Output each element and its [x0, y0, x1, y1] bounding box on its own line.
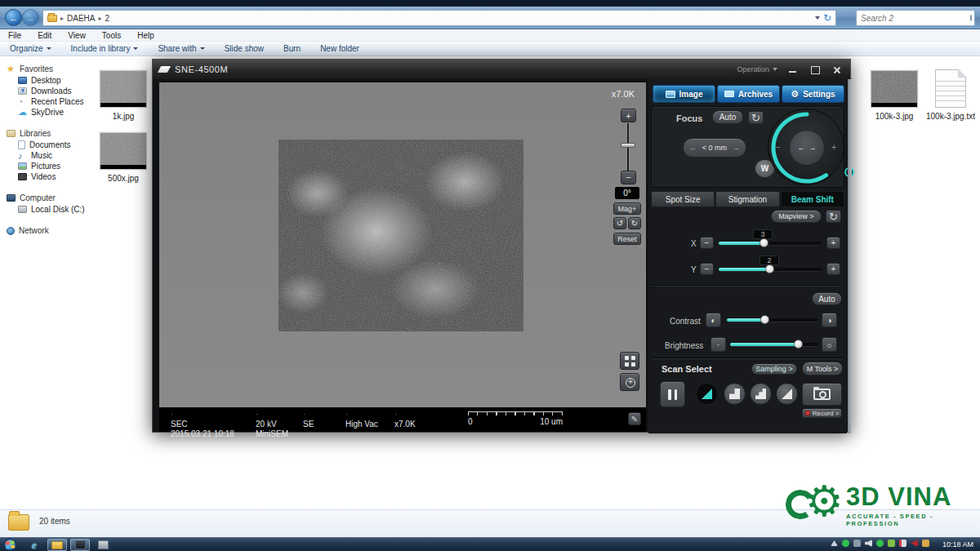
tab-settings[interactable]: ⚙Settings — [782, 85, 844, 103]
sidebar-group-network[interactable]: Network — [7, 226, 49, 235]
brightness-slider-thumb[interactable] — [794, 340, 803, 349]
rotate-ccw-button[interactable]: ↺ — [613, 217, 626, 229]
burn-button[interactable]: Burn — [283, 44, 301, 53]
contrast-slider-thumb[interactable] — [760, 315, 769, 324]
sem-titlebar[interactable]: SNE-4500M Operation — [153, 60, 850, 79]
system-tray[interactable] — [831, 540, 929, 547]
refresh-icon[interactable]: ↻ — [823, 13, 831, 23]
contrast-slider-track[interactable] — [727, 318, 818, 322]
forward-button[interactable]: → — [22, 9, 39, 26]
tray-action-center-icon[interactable] — [899, 540, 906, 547]
sidebar-item-documents[interactable]: Documents — [18, 140, 71, 149]
breadcrumb-root[interactable]: DAEHA — [67, 14, 95, 23]
menu-edit[interactable]: Edit — [38, 31, 51, 40]
y-increase-button[interactable]: + — [826, 263, 840, 275]
sem-viewport[interactable]: x7.0K + − 0° Mag+ ↺ ↻ Reset — [159, 82, 646, 407]
taskbar-ie-icon[interactable]: e — [24, 539, 44, 551]
address-dropdown-icon[interactable] — [815, 16, 820, 20]
slide-show-button[interactable]: Slide show — [225, 44, 264, 53]
grid-view-button[interactable] — [620, 352, 639, 370]
organize-button[interactable]: Organize — [10, 44, 51, 53]
search-input[interactable] — [861, 14, 970, 23]
sidebar-item-skydrive[interactable]: ☁SkyDrive — [18, 108, 64, 117]
subtab-beam-shift[interactable]: Beam Shift — [781, 191, 844, 207]
sidebar-item-local-disk[interactable]: Local Disk (C:) — [18, 205, 85, 214]
sampling-button[interactable]: Sampling > — [751, 363, 797, 375]
focus-auto-button[interactable]: Auto — [712, 110, 743, 124]
menu-file[interactable]: File — [8, 31, 21, 40]
pause-button[interactable] — [660, 381, 685, 407]
taskbar-explorer-icon[interactable] — [47, 539, 67, 551]
sidebar-group-libraries[interactable]: Libraries — [7, 129, 51, 138]
x-slider-track[interactable] — [719, 242, 822, 245]
scan-speed-1-button[interactable] — [696, 383, 718, 405]
knob-center[interactable]: ← → — [789, 130, 825, 166]
share-with-button[interactable]: Share with — [158, 44, 204, 53]
sidebar-item-recent-places[interactable]: ◔Recent Places — [18, 97, 83, 106]
rotate-cw-button[interactable]: ↻ — [628, 217, 641, 229]
scan-speed-3-button[interactable] — [750, 383, 772, 405]
tray-display-icon[interactable] — [853, 540, 861, 547]
tray-status-icon[interactable] — [842, 540, 849, 547]
file-thumbnail[interactable] — [100, 132, 147, 170]
include-in-library-button[interactable]: Include in library — [71, 44, 139, 53]
tray-app-icon[interactable] — [888, 540, 895, 547]
taskbar-app-icon[interactable] — [93, 539, 113, 551]
search-box[interactable] — [856, 10, 975, 26]
scan-speed-2-button[interactable] — [724, 383, 746, 405]
focus-reset-icon[interactable]: ↻ — [748, 111, 764, 124]
sidebar-item-desktop[interactable]: Desktop — [18, 76, 61, 85]
text-file-icon[interactable] — [935, 69, 966, 108]
mag-decrease-button[interactable]: − — [621, 171, 636, 184]
tray-show-hidden-icon[interactable] — [831, 540, 838, 546]
reset-button[interactable]: Reset — [613, 233, 641, 245]
brightness-low-button[interactable]: · — [710, 337, 726, 352]
mapview-button[interactable]: Mapview > — [771, 210, 822, 223]
focus-decrease-icon[interactable]: ← — [689, 139, 697, 157]
start-button[interactable] — [3, 538, 16, 551]
back-button[interactable]: ← — [5, 9, 22, 26]
tab-archives[interactable]: Archives — [717, 85, 780, 103]
contrast-high-button[interactable]: ◑ — [822, 313, 837, 327]
x-slider-thumb[interactable] — [760, 238, 768, 247]
y-slider-thumb[interactable] — [765, 264, 774, 273]
focus-increase-icon[interactable]: → — [733, 139, 740, 157]
sidebar-item-music[interactable]: ♪Music — [18, 151, 52, 160]
file-thumbnail[interactable] — [871, 70, 918, 108]
address-bar[interactable]: ▸ DAEHA ▸ 2 ↻ — [42, 10, 836, 26]
capture-button[interactable] — [802, 383, 842, 406]
subtab-stigmation[interactable]: Stigmation — [715, 191, 779, 207]
taskbar-sem-app-icon[interactable] — [70, 539, 90, 551]
x-decrease-button[interactable]: − — [700, 237, 714, 249]
tray-update-icon[interactable] — [876, 540, 884, 547]
brightness-slider-track[interactable] — [730, 343, 818, 346]
beam-reset-icon[interactable]: ↻ — [826, 210, 841, 223]
y-slider-track[interactable] — [719, 268, 822, 271]
menu-help[interactable]: Help — [137, 31, 154, 40]
mag-slider-handle[interactable] — [621, 143, 635, 148]
contrast-brightness-auto-button[interactable]: Auto — [812, 292, 842, 305]
mag-plus-button[interactable]: Mag+ — [613, 202, 641, 215]
file-label[interactable]: 100k-3.jpg.txt — [915, 112, 980, 121]
close-icon[interactable] — [830, 64, 844, 75]
maximize-button[interactable] — [808, 64, 822, 75]
y-decrease-button[interactable]: − — [700, 263, 714, 275]
sidebar-item-pictures[interactable]: Pictures — [18, 162, 60, 171]
file-label[interactable]: 500x.jpg — [88, 174, 158, 183]
mtools-button[interactable]: M Tools > — [802, 362, 843, 375]
mag-increase-button[interactable]: + — [621, 109, 636, 122]
focus-value-control[interactable]: ← < 0 mm → — [683, 138, 746, 158]
brightness-high-button[interactable]: ☼ — [822, 337, 837, 352]
tray-volume-icon[interactable] — [865, 540, 872, 547]
sidebar-item-downloads[interactable]: Downloads — [18, 87, 71, 96]
breadcrumb-current[interactable]: 2 — [105, 14, 109, 23]
subtab-spot-size[interactable]: Spot Size — [651, 191, 715, 207]
panel-scrollbar[interactable] — [848, 79, 852, 433]
sidebar-group-favorites[interactable]: ★Favorites — [7, 64, 53, 73]
x-increase-button[interactable]: + — [826, 237, 840, 249]
crosshair-button[interactable] — [620, 373, 639, 391]
file-label[interactable]: 1k.jpg — [88, 112, 158, 121]
taskbar-clock[interactable]: 10:18 AM — [942, 540, 973, 549]
annotate-button[interactable]: ✎ — [628, 412, 641, 425]
contrast-low-button[interactable]: ◐ — [706, 313, 721, 327]
